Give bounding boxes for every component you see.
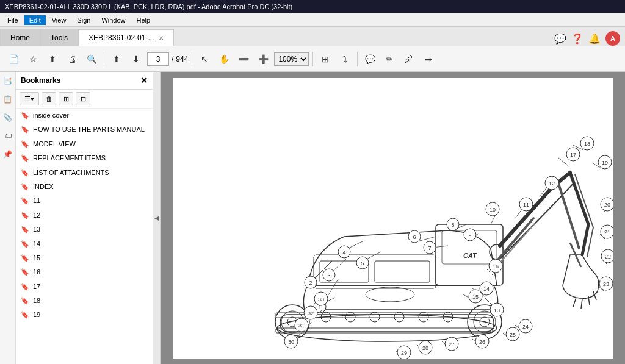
search-btn[interactable]: 🔍 (83, 51, 100, 68)
panel-clip-icon[interactable]: 📌 (1, 148, 15, 161)
comment-btn[interactable]: 💬 (361, 51, 378, 68)
menu-sign[interactable]: Sign (72, 15, 95, 25)
bookmark-label-12: 16 (33, 268, 40, 277)
svg-text:8: 8 (451, 222, 454, 228)
zoom-out-btn[interactable]: ➖ (235, 51, 252, 68)
bookmark-icon-8: 🔖 (21, 212, 29, 219)
bookmark-12[interactable]: 🔖 12 (16, 209, 153, 223)
menu-edit[interactable]: Edit (24, 15, 46, 25)
bookmark-16[interactable]: 🔖 16 (16, 265, 153, 279)
bookmark-icon-2: 🔖 (21, 126, 29, 134)
tab-bar: Home Tools XEBP8361-02-01-... ✕ 💬 ❓ 🔔 A (0, 27, 625, 46)
bookmark-icon-3: 🔖 (21, 140, 29, 148)
svg-text:4: 4 (342, 249, 345, 255)
bookmark-label-9: 13 (33, 225, 40, 234)
create-pdf-btn[interactable]: 📄 (5, 51, 22, 68)
panel-attach-icon[interactable]: 📎 (1, 111, 15, 124)
bookmark-icon-13: 🔖 (21, 283, 29, 291)
help-icon[interactable]: ❓ (571, 33, 583, 45)
svg-point-13 (394, 312, 404, 322)
tab-tools[interactable]: Tools (40, 29, 78, 46)
zoom-select[interactable]: 100% 75% 125% 150% (274, 52, 309, 66)
svg-text:21: 21 (604, 229, 610, 235)
bookmark-icon-1: 🔖 (21, 112, 29, 120)
bookmark-icon-15: 🔖 (21, 311, 29, 319)
bookmark-13[interactable]: 🔖 13 (16, 223, 153, 237)
sep1 (104, 52, 104, 66)
print-btn[interactable]: 🖨 (63, 51, 81, 68)
fit-btn[interactable]: ⊞ (317, 51, 334, 68)
bookmark-icon-4: 🔖 (21, 154, 29, 162)
panel-tag-icon[interactable]: 🏷 (1, 129, 15, 143)
bookmark-menu-btn[interactable]: ☰▾ (20, 92, 39, 105)
chat-icon[interactable]: 💬 (554, 33, 566, 45)
menu-file[interactable]: File (2, 15, 23, 25)
svg-point-12 (370, 312, 380, 322)
menu-help[interactable]: Help (132, 15, 156, 25)
bookmark-index[interactable]: 🔖 INDEX (16, 180, 153, 194)
panel-pages-icon[interactable]: 📋 (1, 93, 15, 106)
svg-text:24: 24 (522, 324, 528, 330)
bookmark-list-attach[interactable]: 🔖 LIST OF ATTACHMENTS (16, 166, 153, 180)
svg-line-36 (366, 252, 381, 260)
menu-view[interactable]: View (47, 15, 71, 25)
highlight-btn[interactable]: 🖊 (400, 51, 417, 68)
svg-text:27: 27 (448, 341, 454, 348)
rotate-btn[interactable]: ⤵ (336, 51, 353, 68)
prev-page-btn[interactable]: ⬆ (108, 51, 125, 68)
page-input[interactable] (147, 52, 169, 66)
settings-icon[interactable]: 🔔 (588, 33, 601, 45)
bookmark-icon-10: 🔖 (21, 240, 29, 248)
bookmark-replacement-items[interactable]: 🔖 REPLACEMENT ITEMS (16, 151, 153, 165)
pan-btn[interactable]: ✋ (215, 51, 233, 68)
page-nav: / 944 (147, 52, 188, 66)
pdf-area[interactable]: CAT (161, 72, 625, 364)
user-avatar[interactable]: A (605, 31, 620, 46)
svg-line-72 (558, 157, 569, 166)
panel-bookmark-icon[interactable]: 📑 (1, 74, 15, 88)
cursor-btn[interactable]: ↖ (196, 51, 213, 68)
svg-text:18: 18 (583, 141, 590, 147)
tab-close-icon[interactable]: ✕ (159, 35, 164, 41)
sep4 (357, 52, 358, 66)
svg-text:26: 26 (479, 339, 485, 345)
bookmark-18[interactable]: 🔖 18 (16, 294, 153, 308)
bookmark-17[interactable]: 🔖 17 (16, 280, 153, 294)
sidebar-close-icon[interactable]: ✕ (140, 76, 148, 85)
tab-document[interactable]: XEBP8361-02-01-... ✕ (78, 29, 174, 46)
svg-line-33 (347, 241, 363, 249)
bookmark-19[interactable]: 🔖 19 (16, 308, 153, 322)
bookmark-collapse-btn[interactable]: ⊟ (76, 92, 90, 105)
draw-btn[interactable]: ✏ (381, 51, 398, 68)
title-bar: XEBP8361-02-01-ALL 330D 330D L (KAB, PCK… (0, 0, 625, 13)
bookmark-icon-12: 🔖 (21, 268, 29, 276)
bookmark-icon-7: 🔖 (21, 197, 29, 205)
bookmark-how-to-use[interactable]: 🔖 HOW TO USE THE PARTS MANUAL (16, 123, 153, 137)
collapse-handle[interactable]: ◀ (153, 72, 161, 364)
left-panel: 📑 📋 📎 🏷 📌 (0, 72, 16, 364)
zoom-in-btn[interactable]: ➕ (255, 51, 272, 68)
tab-home[interactable]: Home (0, 29, 40, 46)
bookmark-label-13: 17 (33, 282, 40, 291)
bookmark-14[interactable]: 🔖 14 (16, 237, 153, 251)
page-separator: / (172, 55, 173, 63)
bookmark-11[interactable]: 🔖 11 (16, 194, 153, 208)
bookmark-btn[interactable]: ☆ (24, 51, 42, 68)
main-area: 📑 📋 📎 🏷 📌 Bookmarks ✕ ☰▾ 🗑 ⊞ ⊟ 🔖 inside … (0, 72, 625, 364)
title-text: XEBP8361-02-01-ALL 330D 330D L (KAB, PCK… (5, 3, 292, 10)
svg-text:25: 25 (509, 332, 515, 338)
svg-line-30 (332, 258, 347, 272)
next-page-btn[interactable]: ⬇ (128, 51, 145, 68)
bookmark-inside-cover[interactable]: 🔖 inside cover (16, 109, 153, 123)
bookmark-expand-btn[interactable]: ⊞ (59, 92, 73, 105)
svg-text:6: 6 (413, 234, 416, 240)
bookmark-delete-btn[interactable]: 🗑 (42, 92, 56, 105)
svg-text:7: 7 (428, 245, 431, 251)
svg-text:20: 20 (604, 202, 610, 208)
bookmark-15[interactable]: 🔖 15 (16, 251, 153, 265)
svg-rect-18 (375, 261, 430, 282)
upload-btn[interactable]: ⬆ (44, 51, 61, 68)
share-btn[interactable]: ➡ (420, 51, 437, 68)
bookmark-model-view[interactable]: 🔖 MODEL VIEW (16, 137, 153, 151)
menu-window[interactable]: Window (96, 15, 130, 25)
